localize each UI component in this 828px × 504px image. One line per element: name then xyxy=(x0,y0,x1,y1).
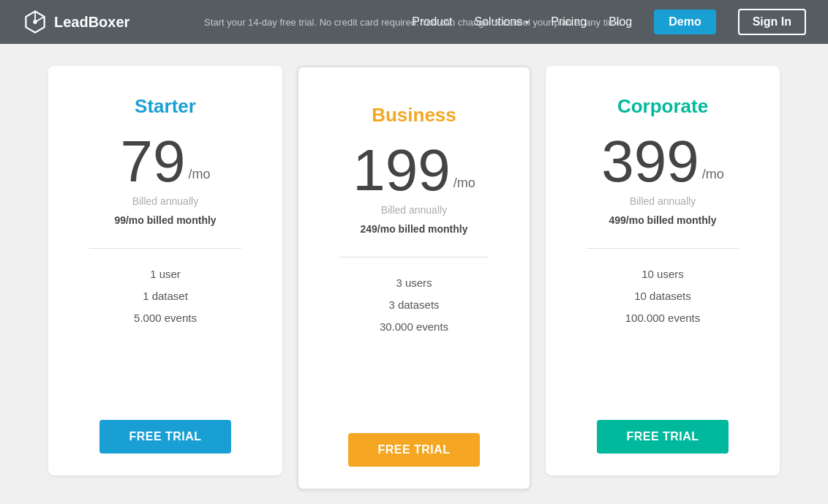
corporate-free-trial-button[interactable]: FREE TRIAL xyxy=(597,420,728,454)
starter-price-per: /mo xyxy=(188,167,210,182)
corporate-plan-name: Corporate xyxy=(617,95,708,118)
business-price-amount: 199 xyxy=(353,141,450,200)
corporate-billed-annually: Billed annually xyxy=(630,195,696,207)
starter-divider xyxy=(89,248,241,249)
starter-billed-monthly: 99/mo billed monthly xyxy=(114,214,216,226)
business-price-per: /mo xyxy=(453,176,475,191)
corporate-price-per: /mo xyxy=(702,167,724,182)
starter-plan-name: Starter xyxy=(135,95,196,118)
business-free-trial-button[interactable]: FREE TRIAL xyxy=(348,433,479,467)
business-plan-name: Business xyxy=(372,104,456,127)
starter-free-trial-button[interactable]: FREE TRIAL xyxy=(99,420,230,454)
logo-text: LeadBoxer xyxy=(54,14,129,31)
starter-billed-annually: Billed annually xyxy=(132,195,198,207)
business-features: 3 users 3 datasets 30.000 events xyxy=(380,272,448,411)
corporate-users: 10 users xyxy=(625,263,701,285)
starter-datasets: 1 dataset xyxy=(134,285,197,307)
logo-icon xyxy=(22,9,48,35)
business-users: 3 users xyxy=(380,272,448,294)
starter-events: 5.000 events xyxy=(134,307,197,329)
demo-button[interactable]: Demo xyxy=(654,10,715,34)
corporate-billed-monthly: 499/mo billed monthly xyxy=(609,214,716,226)
signin-button[interactable]: Sign In xyxy=(738,9,806,35)
starter-price-row: 79 /mo xyxy=(121,132,211,191)
corporate-datasets: 10 datasets xyxy=(625,285,701,307)
starter-plan-card: Starter 79 /mo Billed annually 99/mo bil… xyxy=(48,66,282,475)
pricing-section: Starter 79 /mo Billed annually 99/mo bil… xyxy=(0,44,828,504)
business-billed-annually: Billed annually xyxy=(381,204,447,216)
corporate-price-row: 399 /mo xyxy=(601,132,724,191)
starter-price-amount: 79 xyxy=(121,132,186,191)
business-datasets: 3 datasets xyxy=(380,294,448,316)
business-divider xyxy=(339,257,489,257)
corporate-price-amount: 399 xyxy=(601,132,699,191)
nav-banner: Start your 14-day free trial. No credit … xyxy=(204,17,624,28)
starter-features: 1 user 1 dataset 5.000 events xyxy=(134,263,197,398)
business-plan-card: Business 199 /mo Billed annually 249/mo … xyxy=(297,66,531,490)
business-billed-monthly: 249/mo billed monthly xyxy=(360,223,467,235)
svg-point-0 xyxy=(33,20,37,23)
corporate-features: 10 users 10 datasets 100.000 events xyxy=(625,263,701,398)
business-events: 30.000 events xyxy=(380,316,448,338)
corporate-events: 100.000 events xyxy=(625,307,701,329)
logo[interactable]: LeadBoxer xyxy=(22,9,129,35)
starter-users: 1 user xyxy=(134,263,197,285)
corporate-divider xyxy=(587,248,739,249)
navbar: LeadBoxer Start your 14-day free trial. … xyxy=(0,0,828,44)
corporate-plan-card: Corporate 399 /mo Billed annually 499/mo… xyxy=(546,66,780,475)
business-price-row: 199 /mo xyxy=(353,141,475,200)
